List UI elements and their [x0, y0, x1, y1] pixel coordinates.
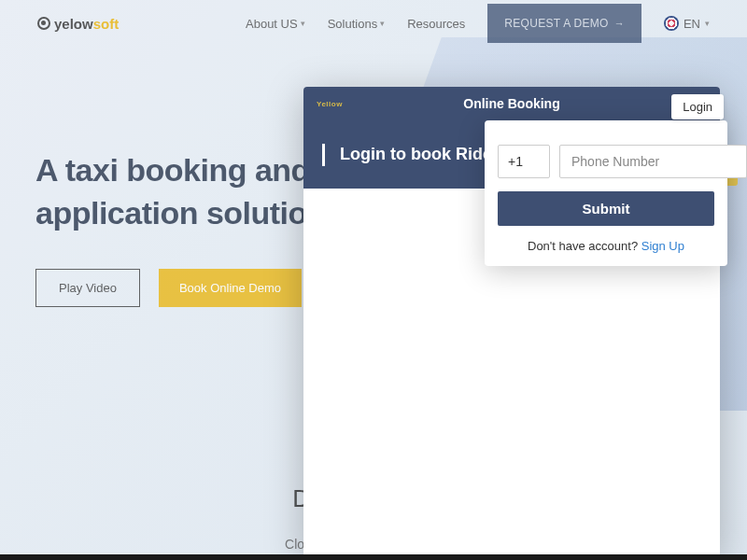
nav-resources[interactable]: Resources	[407, 17, 465, 31]
online-booking-panel: Yellow Online Booking — Login to book Ri…	[303, 87, 720, 560]
panel-logo: Yellow	[317, 100, 343, 108]
top-nav: yelowsoft About US▾ Solutions▾ Resources…	[0, 0, 747, 47]
phone-input[interactable]	[559, 145, 747, 178]
country-code-input[interactable]	[498, 145, 550, 178]
arrow-right-icon: →	[614, 18, 625, 29]
panel-subtitle: Login to book Ride	[340, 145, 492, 164]
brand-text-b: soft	[93, 16, 120, 32]
chevron-down-icon: ▾	[705, 19, 710, 28]
accent-bar	[322, 144, 325, 166]
panel-title: Online Booking	[463, 96, 559, 111]
nav-solutions[interactable]: Solutions▾	[328, 17, 385, 31]
signup-row: Don't have account? Sign Up	[485, 239, 727, 253]
logo-icon	[37, 17, 50, 30]
request-demo-button[interactable]: REQUEST A DEMO→	[487, 4, 641, 43]
brand-text-a: yelow	[54, 16, 93, 32]
login-tab[interactable]: Login	[671, 94, 724, 119]
nav-about[interactable]: About US▾	[246, 17, 305, 31]
chevron-down-icon: ▾	[380, 19, 385, 28]
brand-logo[interactable]: yelowsoft	[37, 16, 119, 32]
flag-icon	[664, 16, 679, 31]
chevron-down-icon: ▾	[301, 19, 305, 28]
signup-link[interactable]: Sign Up	[641, 239, 684, 253]
language-selector[interactable]: EN ▾	[664, 16, 710, 31]
play-video-button[interactable]: Play Video	[35, 269, 140, 307]
panel-header: Yellow Online Booking —	[303, 87, 720, 120]
book-demo-button[interactable]: Book Online Demo	[159, 269, 302, 307]
bottom-bar	[0, 554, 747, 560]
submit-button[interactable]: Submit	[498, 191, 714, 226]
login-card: Login Submit Don't have account? Sign Up	[485, 120, 727, 266]
